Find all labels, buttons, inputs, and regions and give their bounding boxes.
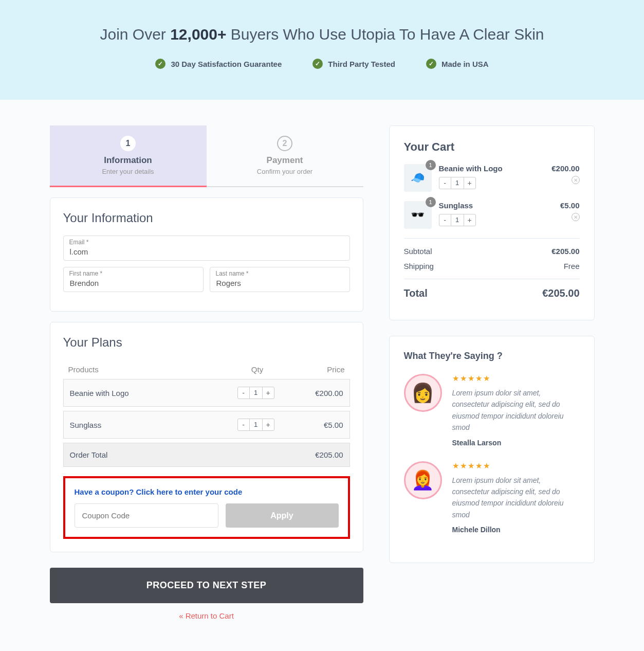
cart-item-image: 🕶️ 1	[404, 201, 432, 229]
remove-item-button[interactable]: ✕	[572, 213, 580, 221]
subtotal-line: Subtotal€205.00	[404, 247, 580, 256]
step-subtitle: Enter your details	[55, 168, 201, 175]
testimonial: 👩‍🦰 ★★★★★ Lorem ipsum dolor sit amet, co…	[404, 461, 580, 534]
qty-plus-button[interactable]: +	[263, 419, 274, 430]
step-number: 2	[277, 136, 292, 151]
step-title: Payment	[212, 155, 358, 166]
hero-badges: ✓30 Day Satisfaction Guarantee ✓Third Pa…	[10, 59, 634, 69]
order-total-row: Order Total €205.00	[63, 443, 350, 467]
qty-value: 1	[451, 214, 464, 226]
testimonial-author: Michele Dillon	[452, 526, 580, 534]
cart-qty-badge: 1	[426, 160, 436, 170]
step-subtitle: Confirm your order	[212, 168, 358, 175]
qty-minus-button[interactable]: -	[439, 214, 451, 226]
cart-qty-badge: 1	[426, 197, 436, 207]
step-title: Information	[55, 155, 201, 166]
testimonial: 👩 ★★★★★ Lorem ipsum dolor sit amet, cons…	[404, 374, 580, 447]
plans-card: Your Plans Products Qty Price Beanie wit…	[50, 322, 363, 552]
avatar: 👩‍🦰	[404, 461, 442, 499]
qty-control: - 1 +	[439, 214, 476, 226]
check-icon: ✓	[155, 59, 165, 69]
proceed-button[interactable]: PROCEED TO NEXT STEP	[50, 568, 363, 603]
plan-price: €200.00	[282, 389, 343, 397]
qty-minus-button[interactable]: -	[238, 419, 249, 430]
qty-value: 1	[249, 419, 263, 430]
qty-plus-button[interactable]: +	[464, 177, 475, 189]
shipping-line: ShippingFree	[404, 262, 580, 270]
plans-header: Products Qty Price	[63, 360, 350, 379]
testimonial-author: Stealla Larson	[452, 439, 580, 447]
plan-row: Beanie with Logo - 1 + €200.00	[63, 379, 350, 407]
email-label: Email *	[69, 239, 89, 246]
cart-title: Your Cart	[404, 140, 580, 154]
cart-item-image: 🧢 1	[404, 164, 432, 192]
testimonial-text: Lorem ipsum dolor sit amet, consectetur …	[452, 475, 580, 521]
step-number: 1	[120, 136, 136, 151]
badge-tested: ✓Third Party Tested	[312, 59, 395, 69]
email-field[interactable]	[63, 236, 350, 261]
plan-product: Sunglass	[70, 421, 230, 429]
hero-banner: Join Over 12,000+ Buyers Who Use Utopia …	[0, 0, 644, 100]
qty-minus-button[interactable]: -	[439, 177, 451, 189]
order-total-label: Order Total	[70, 450, 230, 459]
order-total-value: €205.00	[282, 450, 343, 459]
cart-summary: Your Cart 🧢 1 Beanie with Logo - 1 + €20…	[389, 125, 595, 320]
cart-item: 🕶️ 1 Sunglass - 1 + €5.00 ✕	[404, 201, 580, 229]
apply-coupon-button[interactable]: Apply	[226, 503, 339, 528]
cart-item-name: Beanie with Logo	[439, 164, 545, 173]
col-price: Price	[283, 365, 345, 374]
testimonials-card: What They're Saying ? 👩 ★★★★★ Lorem ipsu…	[389, 336, 595, 563]
remove-item-button[interactable]: ✕	[572, 176, 580, 184]
qty-control: - 1 +	[237, 419, 274, 431]
star-rating: ★★★★★	[452, 374, 580, 383]
coupon-code-input[interactable]	[75, 503, 218, 528]
check-icon: ✓	[312, 59, 323, 69]
hero-title: Join Over 12,000+ Buyers Who Use Utopia …	[10, 26, 634, 43]
qty-plus-button[interactable]: +	[464, 214, 475, 226]
coupon-section: Have a coupon? Click here to enter your …	[63, 476, 350, 539]
qty-control: - 1 +	[237, 387, 274, 399]
col-qty: Qty	[232, 365, 283, 374]
step-information[interactable]: 1 Information Enter your details	[50, 125, 207, 187]
testimonials-title: What They're Saying ?	[404, 351, 580, 361]
qty-value: 1	[249, 387, 263, 399]
qty-minus-button[interactable]: -	[238, 387, 249, 399]
coupon-toggle-link[interactable]: Have a coupon? Click here to enter your …	[75, 487, 339, 496]
step-payment[interactable]: 2 Payment Confirm your order	[207, 125, 363, 186]
return-to-cart-link[interactable]: « Return to Cart	[50, 611, 363, 620]
badge-guarantee: ✓30 Day Satisfaction Guarantee	[155, 59, 282, 69]
last-name-label: Last name *	[216, 270, 249, 277]
cart-item: 🧢 1 Beanie with Logo - 1 + €200.00 ✕	[404, 164, 580, 192]
cart-item-price: €5.00	[560, 201, 580, 210]
first-name-label: First name *	[69, 270, 103, 277]
plan-row: Sunglass - 1 + €5.00	[63, 411, 350, 439]
star-rating: ★★★★★	[452, 461, 580, 471]
testimonial-text: Lorem ipsum dolor sit amet, consectetur …	[452, 387, 580, 433]
qty-control: - 1 +	[439, 177, 476, 189]
col-products: Products	[68, 365, 232, 374]
information-card: Your Information Email * First name * La…	[50, 197, 363, 312]
avatar: 👩	[404, 374, 442, 412]
badge-usa: ✓Made in USA	[426, 59, 489, 69]
checkout-steps: 1 Information Enter your details 2 Payme…	[50, 125, 363, 187]
total-line: Total€205.00	[404, 287, 580, 299]
plan-product: Beanie with Logo	[70, 389, 230, 397]
section-title: Your Plans	[63, 335, 350, 350]
plan-price: €5.00	[282, 421, 343, 429]
section-title: Your Information	[63, 211, 350, 225]
qty-plus-button[interactable]: +	[263, 387, 274, 399]
check-icon: ✓	[426, 59, 436, 69]
cart-item-price: €200.00	[551, 164, 579, 173]
cart-item-name: Sunglass	[439, 201, 553, 210]
qty-value: 1	[451, 177, 464, 189]
